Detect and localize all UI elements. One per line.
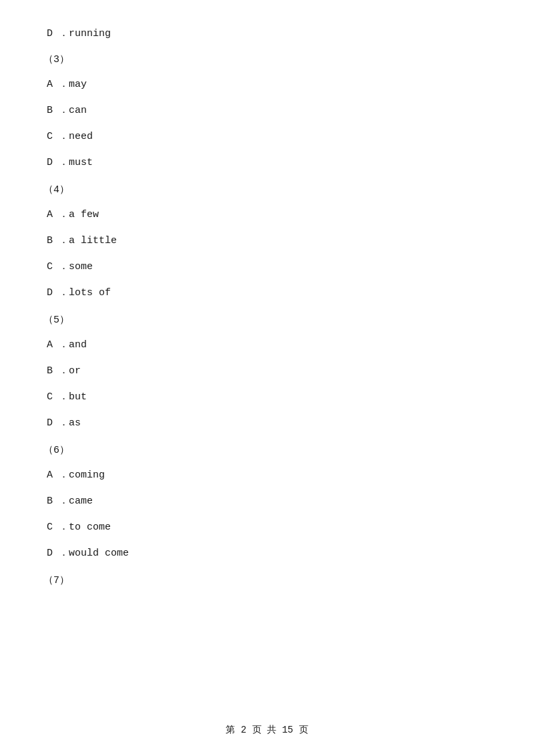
preceding-option-label: D ．running	[47, 28, 111, 39]
question-5: （5） A ．and B ．or C ．but D ．as	[40, 313, 494, 429]
question-4-option-b: B ．a little	[40, 234, 494, 246]
question-4-option-a: A ．a few	[40, 208, 494, 220]
question-5-option-c: C ．but	[40, 390, 494, 403]
questions-list: （3） A ．may B ．can C ．need D ．must （4） A …	[40, 53, 494, 586]
page-content: D ．running （3） A ．may B ．can C ．need D ．…	[0, 0, 534, 641]
question-6-number: （6）	[40, 443, 494, 456]
question-6-option-c: C ．to come	[40, 520, 494, 533]
question-6-option-b: B ．came	[40, 494, 494, 507]
page-footer: 第 2 页 共 15 页	[0, 724, 534, 736]
question-6: （6） A ．coming B ．came C ．to come D ．woul…	[40, 443, 494, 559]
question-7-number: （7）	[40, 574, 494, 586]
question-5-option-a: A ．and	[40, 338, 494, 351]
question-5-option-b: B ．or	[40, 364, 494, 377]
question-4: （4） A ．a few B ．a little C ．some D ．lots…	[40, 183, 494, 299]
preceding-option: D ．running	[40, 27, 494, 39]
question-3-option-d: D ．must	[40, 156, 494, 168]
question-7: （7）	[40, 574, 494, 586]
question-6-option-d: D ．would come	[40, 546, 494, 559]
question-6-option-a: A ．coming	[40, 468, 494, 481]
question-3-option-b: B ．can	[40, 104, 494, 116]
question-3: （3） A ．may B ．can C ．need D ．must	[40, 53, 494, 168]
question-5-option-d: D ．as	[40, 416, 494, 429]
question-4-number: （4）	[40, 183, 494, 196]
question-5-number: （5）	[40, 313, 494, 326]
question-4-option-d: D ．lots of	[40, 286, 494, 299]
question-4-option-c: C ．some	[40, 260, 494, 272]
question-3-option-c: C ．need	[40, 130, 494, 142]
question-3-option-a: A ．may	[40, 77, 494, 90]
question-3-number: （3）	[40, 53, 494, 65]
